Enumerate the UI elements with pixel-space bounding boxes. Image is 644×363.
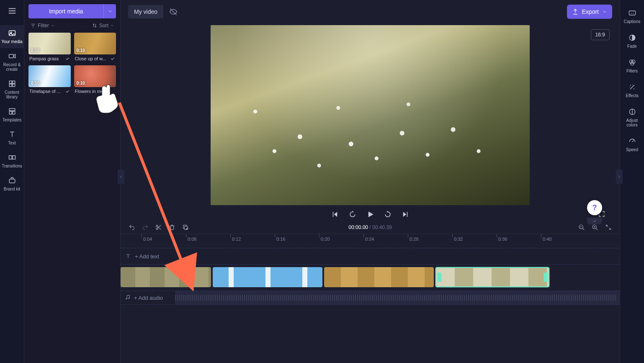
add-text-label: + Add text xyxy=(135,253,159,260)
nav-text[interactable]: Text xyxy=(0,126,24,149)
hamburger-menu-icon[interactable] xyxy=(6,5,18,17)
ruler-tick: 0:08 xyxy=(186,234,230,245)
prop-adjust-colors[interactable]: Adjust colors xyxy=(620,103,644,132)
add-text-button[interactable]: + Add text xyxy=(125,253,159,260)
time-display: 00:00.00 / 00:40.39 xyxy=(348,224,392,230)
nav-label: Templates xyxy=(3,118,22,122)
ruler-tick: 0:28 xyxy=(408,234,452,245)
ruler-tick: 0:40 xyxy=(541,234,585,245)
filter-icon xyxy=(30,23,36,28)
redo-button[interactable] xyxy=(142,224,149,231)
delete-button[interactable] xyxy=(168,224,176,231)
collapse-right-panel-button[interactable] xyxy=(616,170,623,184)
zoom-in-button[interactable] xyxy=(591,224,599,231)
nav-templates[interactable]: Templates xyxy=(0,103,24,126)
nav-label: Text xyxy=(8,141,15,145)
svg-marker-23 xyxy=(403,212,407,217)
svg-rect-6 xyxy=(9,81,12,83)
duplicate-button[interactable] xyxy=(182,224,189,231)
nav-label: Your media xyxy=(1,39,22,44)
fade-icon xyxy=(628,33,637,42)
nav-content-library[interactable]: Content library xyxy=(0,76,24,103)
sort-icon xyxy=(92,23,98,28)
svg-rect-5 xyxy=(9,54,13,58)
top-bar: My video Export xyxy=(121,0,620,23)
ruler-tick: 0:20 xyxy=(319,234,363,245)
undo-button[interactable] xyxy=(128,224,136,231)
sort-button[interactable]: Sort xyxy=(92,23,114,28)
check-icon xyxy=(65,89,70,94)
nav-your-media[interactable]: Your media xyxy=(0,25,24,48)
clip-wheat[interactable] xyxy=(324,267,434,287)
timeline[interactable]: 0:04 0:08 0:12 0:16 0:20 0:24 0:28 0:32 … xyxy=(121,231,620,305)
library-icon xyxy=(8,79,17,88)
media-item-flowers[interactable]: 0:10 Flowers in me... xyxy=(74,65,116,94)
export-button[interactable]: Export xyxy=(567,5,612,19)
svg-rect-8 xyxy=(9,84,12,87)
prop-effects[interactable]: Effects xyxy=(620,78,644,103)
timeline-ruler[interactable]: 0:04 0:08 0:12 0:16 0:20 0:24 0:28 0:32 … xyxy=(121,234,620,245)
text-track[interactable]: + Add text xyxy=(121,248,620,265)
svg-rect-15 xyxy=(9,179,15,183)
svg-rect-7 xyxy=(12,81,15,83)
prop-captions[interactable]: Captions xyxy=(620,4,644,29)
duration-badge: 0:10 xyxy=(31,81,39,85)
svg-point-40 xyxy=(126,298,127,299)
editor-center: My video Export 16:9 ? xyxy=(121,0,620,363)
project-title-input[interactable]: My video xyxy=(128,5,163,18)
prop-label: Effects xyxy=(626,93,638,98)
nav-label: Content library xyxy=(5,90,19,99)
effects-icon xyxy=(628,82,637,92)
svg-rect-11 xyxy=(9,111,12,114)
skip-forward-button[interactable] xyxy=(401,210,410,219)
svg-line-32 xyxy=(582,228,584,230)
media-item-pampas-grass[interactable]: 0:10 Pampas grass xyxy=(28,33,71,61)
clip-timelapse[interactable] xyxy=(213,267,322,287)
svg-rect-24 xyxy=(407,212,408,217)
filter-label: Filter xyxy=(38,23,49,28)
text-icon xyxy=(8,130,17,139)
svg-rect-21 xyxy=(333,212,334,217)
preview-canvas[interactable] xyxy=(211,25,530,205)
time-separator: / xyxy=(368,224,372,230)
media-title: Timelapse of ... xyxy=(29,89,61,94)
split-button[interactable] xyxy=(155,224,162,231)
help-button[interactable]: ? xyxy=(587,200,602,215)
clip-flowers[interactable] xyxy=(121,267,211,287)
aspect-ratio-button[interactable]: 16:9 xyxy=(591,29,610,40)
visibility-off-icon[interactable] xyxy=(169,8,178,16)
forward-10-button[interactable] xyxy=(384,210,392,219)
video-track[interactable] xyxy=(121,267,620,288)
music-note-icon xyxy=(125,294,131,301)
prop-filters[interactable]: Filters xyxy=(620,54,644,78)
import-media-button[interactable]: Import media xyxy=(28,4,103,18)
rewind-10-button[interactable] xyxy=(348,210,357,219)
audio-track[interactable]: + Add audio xyxy=(121,291,620,305)
nav-label: Record & create xyxy=(3,62,21,72)
import-media-dropdown[interactable] xyxy=(103,4,116,18)
prop-fade[interactable]: Fade xyxy=(620,29,644,54)
play-button[interactable] xyxy=(366,210,374,219)
nav-label: Brand kit xyxy=(4,187,20,191)
text-icon xyxy=(125,253,131,260)
prop-speed[interactable]: Speed xyxy=(620,132,644,157)
media-thumbnail: 0:10 xyxy=(74,33,116,54)
svg-rect-10 xyxy=(9,108,15,111)
upload-icon xyxy=(572,8,579,15)
media-item-timelapse[interactable]: 0:10 Timelapse of ... xyxy=(28,65,71,94)
nav-brand-kit[interactable]: Brand kit xyxy=(0,172,24,196)
zoom-out-button[interactable] xyxy=(578,224,585,231)
media-item-wheat[interactable]: 0:10 Close up of w... xyxy=(74,33,116,61)
svg-point-30 xyxy=(186,228,188,229)
nav-record-create[interactable]: Record & create xyxy=(0,48,24,76)
check-icon xyxy=(110,56,115,61)
skip-back-button[interactable] xyxy=(331,210,339,219)
clip-pampas-selected[interactable] xyxy=(435,267,549,287)
nav-transitions[interactable]: Transitions xyxy=(0,149,24,172)
prop-label: Filters xyxy=(626,69,638,73)
current-time: 00:00.00 xyxy=(348,224,368,230)
fit-timeline-button[interactable] xyxy=(605,224,612,231)
filter-button[interactable]: Filter xyxy=(30,23,55,28)
brand-kit-icon xyxy=(8,176,17,185)
media-title: Pampas grass xyxy=(29,56,59,61)
